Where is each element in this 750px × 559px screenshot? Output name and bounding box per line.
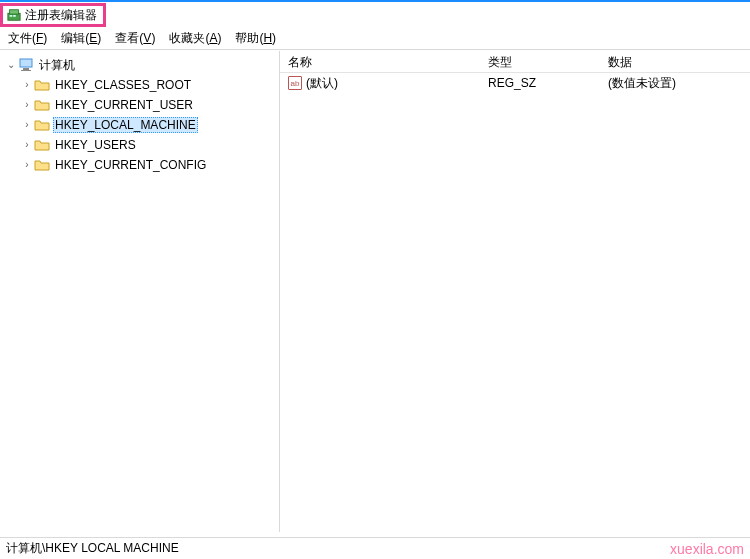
statusbar: 计算机\HKEY LOCAL MACHINE xuexila.com	[0, 537, 750, 559]
folder-icon	[34, 157, 50, 173]
table-row[interactable]: ab(默认)REG_SZ(数值未设置)	[280, 73, 750, 93]
window-title: 注册表编辑器	[25, 7, 97, 24]
folder-icon	[34, 77, 50, 93]
titlebar: 注册表编辑器	[0, 0, 750, 28]
tree-item-label: HKEY_LOCAL_MACHINE	[53, 117, 198, 133]
svg-rect-1	[10, 10, 19, 14]
regedit-icon	[7, 8, 21, 22]
column-header-type[interactable]: 类型	[480, 51, 600, 72]
folder-icon	[34, 137, 50, 153]
string-value-icon: ab	[288, 76, 302, 90]
folder-icon	[34, 117, 50, 133]
svg-rect-6	[21, 70, 31, 71]
tree-item[interactable]: ›HKEY_CLASSES_ROOT	[2, 75, 279, 95]
column-header-data[interactable]: 数据	[600, 51, 750, 72]
tree-pane[interactable]: ⌄ 计算机 ›HKEY_CLASSES_ROOT›HKEY_CURRENT_US…	[0, 51, 280, 532]
folder-icon	[34, 97, 50, 113]
menu-edit[interactable]: 编辑(E)	[61, 30, 101, 47]
menu-view[interactable]: 查看(V)	[115, 30, 155, 47]
chevron-right-icon[interactable]: ›	[20, 160, 34, 170]
tree-item[interactable]: ›HKEY_CURRENT_USER	[2, 95, 279, 115]
tree-item-label: HKEY_CURRENT_CONFIG	[53, 157, 208, 173]
menu-help[interactable]: 帮助(H)	[235, 30, 276, 47]
menubar: 文件(F) 编辑(E) 查看(V) 收藏夹(A) 帮助(H)	[0, 28, 750, 50]
svg-rect-4	[20, 59, 32, 67]
list-pane[interactable]: 名称 类型 数据 ab(默认)REG_SZ(数值未设置)	[280, 51, 750, 532]
chevron-right-icon[interactable]: ›	[20, 80, 34, 90]
computer-icon	[18, 57, 34, 73]
chevron-right-icon[interactable]: ›	[20, 120, 34, 130]
chevron-down-icon[interactable]: ⌄	[4, 60, 18, 70]
value-data: (数值未设置)	[600, 72, 750, 95]
chevron-right-icon[interactable]: ›	[20, 140, 34, 150]
tree-item-label: HKEY_CURRENT_USER	[53, 97, 195, 113]
content-area: ⌄ 计算机 ›HKEY_CLASSES_ROOT›HKEY_CURRENT_US…	[0, 50, 750, 532]
status-path: 计算机\HKEY LOCAL MACHINE	[6, 540, 179, 557]
tree-item[interactable]: ›HKEY_LOCAL_MACHINE	[2, 115, 279, 135]
chevron-right-icon[interactable]: ›	[20, 100, 34, 110]
tree-item[interactable]: ›HKEY_CURRENT_CONFIG	[2, 155, 279, 175]
svg-rect-3	[13, 15, 16, 17]
svg-rect-2	[10, 15, 13, 17]
tree-item[interactable]: ›HKEY_USERS	[2, 135, 279, 155]
menu-file[interactable]: 文件(F)	[8, 30, 47, 47]
value-name: (默认)	[306, 75, 338, 92]
list-header: 名称 类型 数据	[280, 51, 750, 73]
tree-root[interactable]: ⌄ 计算机	[2, 55, 279, 75]
tree-item-label: HKEY_CLASSES_ROOT	[53, 77, 193, 93]
titlebar-highlight: 注册表编辑器	[0, 3, 106, 27]
svg-rect-5	[23, 68, 29, 70]
watermark: xuexila.com	[670, 541, 744, 557]
menu-favorites[interactable]: 收藏夹(A)	[169, 30, 221, 47]
tree-item-label: HKEY_USERS	[53, 137, 138, 153]
column-header-name[interactable]: 名称	[280, 51, 480, 72]
tree-root-label: 计算机	[37, 56, 77, 75]
value-type: REG_SZ	[480, 73, 600, 93]
